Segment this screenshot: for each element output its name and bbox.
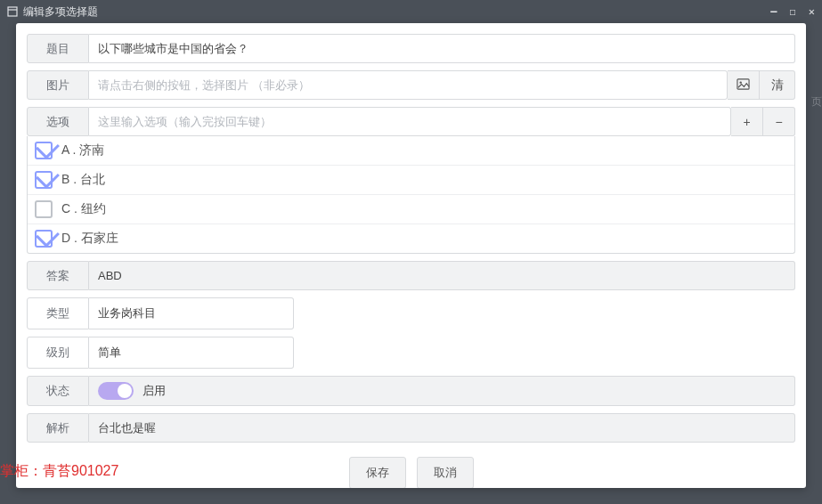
titlebar: 编辑多项选择题 — ☐ ✕ bbox=[0, 0, 822, 23]
option-item[interactable]: C . 纽约 bbox=[28, 195, 794, 224]
question-row: 题目 bbox=[27, 34, 795, 63]
svg-point-3 bbox=[739, 81, 741, 83]
svg-rect-0 bbox=[8, 7, 17, 16]
plus-icon: + bbox=[743, 115, 750, 129]
level-row: 级别 简单 bbox=[27, 337, 294, 369]
pick-image-button[interactable] bbox=[728, 70, 760, 100]
option-checkbox[interactable] bbox=[35, 142, 53, 159]
explain-row: 解析 bbox=[27, 413, 795, 443]
close-button[interactable]: ✕ bbox=[809, 5, 815, 18]
type-label: 类型 bbox=[27, 297, 89, 329]
image-icon bbox=[737, 77, 750, 93]
question-input[interactable] bbox=[98, 42, 785, 55]
watermark-text: 掌柜：青苔901027 bbox=[0, 462, 118, 481]
explain-input[interactable] bbox=[98, 421, 785, 435]
minus-icon: − bbox=[775, 115, 782, 129]
image-input[interactable] bbox=[98, 78, 718, 92]
dialog-footer: 保存 取消 bbox=[27, 457, 795, 488]
option-item[interactable]: A . 济南 bbox=[28, 136, 794, 166]
option-text: C . 纽约 bbox=[61, 201, 106, 217]
save-button[interactable]: 保存 bbox=[349, 457, 406, 488]
status-field: 启用 bbox=[89, 376, 795, 406]
dialog-body: 题目 图片 清 选项 + − A . 济南B . 台北C . 纽约D . 石家庄 bbox=[16, 23, 806, 488]
add-option-button[interactable]: + bbox=[731, 107, 763, 136]
cancel-button[interactable]: 取消 bbox=[417, 457, 474, 488]
option-item[interactable]: D . 石家庄 bbox=[28, 224, 794, 253]
answer-label: 答案 bbox=[27, 261, 89, 290]
level-select[interactable]: 简单 bbox=[89, 337, 294, 369]
question-field-wrap bbox=[89, 34, 795, 63]
option-text: B . 台北 bbox=[61, 172, 105, 188]
option-checkbox[interactable] bbox=[35, 171, 53, 189]
status-label: 状态 bbox=[27, 376, 89, 406]
option-text: D . 石家庄 bbox=[61, 231, 118, 247]
type-row: 类型 业务岗科目 bbox=[27, 297, 294, 329]
window-icon bbox=[7, 6, 18, 17]
option-input-row: 选项 + − bbox=[27, 107, 795, 136]
background-fragment: 页 bbox=[811, 94, 822, 110]
remove-option-button[interactable]: − bbox=[763, 107, 795, 136]
option-checkbox[interactable] bbox=[35, 200, 53, 218]
explain-label: 解析 bbox=[27, 413, 89, 443]
status-text: 启用 bbox=[142, 383, 166, 399]
status-toggle[interactable] bbox=[98, 382, 134, 400]
image-label: 图片 bbox=[27, 70, 89, 100]
type-select[interactable]: 业务岗科目 bbox=[89, 297, 294, 329]
option-item[interactable]: B . 台北 bbox=[28, 166, 794, 195]
option-input[interactable] bbox=[98, 115, 721, 128]
question-label: 题目 bbox=[27, 34, 89, 63]
explain-field bbox=[89, 413, 795, 443]
minimize-button[interactable]: — bbox=[770, 5, 777, 18]
option-label: 选项 bbox=[27, 107, 89, 136]
clear-image-button[interactable]: 清 bbox=[760, 70, 795, 100]
image-field-wrap bbox=[89, 70, 728, 100]
option-field-wrap bbox=[89, 107, 731, 136]
image-row: 图片 清 bbox=[27, 70, 795, 100]
answer-row: 答案 ABD bbox=[27, 261, 795, 290]
options-list: A . 济南B . 台北C . 纽约D . 石家庄 bbox=[27, 136, 795, 254]
status-row: 状态 启用 bbox=[27, 376, 795, 406]
maximize-button[interactable]: ☐ bbox=[790, 5, 796, 18]
window-title: 编辑多项选择题 bbox=[23, 4, 770, 20]
answer-value: ABD bbox=[89, 261, 795, 290]
level-label: 级别 bbox=[27, 337, 89, 369]
option-checkbox[interactable] bbox=[35, 230, 53, 248]
option-text: A . 济南 bbox=[61, 142, 104, 159]
